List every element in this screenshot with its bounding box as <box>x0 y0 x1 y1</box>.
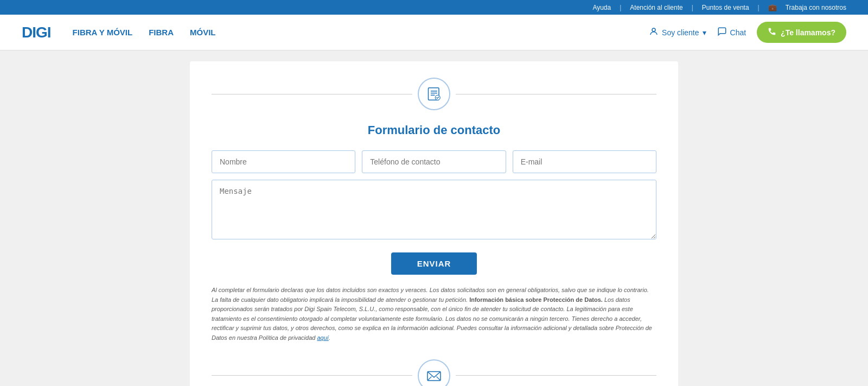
legal-bold: Información básica sobre Protección de D… <box>469 296 603 303</box>
logo[interactable]: DIGI <box>22 24 51 41</box>
phone-icon <box>768 27 776 37</box>
email-divider-line-right <box>456 375 656 376</box>
email-divider-line-left <box>212 375 412 376</box>
main-nav: FIBRA Y MÓVIL FIBRA MÓVIL <box>73 28 216 37</box>
legal-link[interactable]: aquí <box>317 334 328 341</box>
chat-icon <box>717 27 727 38</box>
briefcase-icon: 💼 <box>768 3 777 11</box>
nav-movil[interactable]: MÓVIL <box>190 28 216 37</box>
name-input[interactable] <box>212 150 355 173</box>
email-icon-divider <box>212 359 656 386</box>
message-textarea[interactable] <box>212 180 656 239</box>
email-input[interactable] <box>513 150 656 173</box>
phone-input[interactable] <box>362 150 506 173</box>
contact-card: Formulario de contacto ENVIAR Al complet… <box>190 61 678 386</box>
soy-cliente-button[interactable]: Soy cliente ▾ <box>649 27 706 38</box>
svg-line-8 <box>437 376 441 381</box>
header: DIGI FIBRA Y MÓVIL FIBRA MÓVIL Soy clien… <box>0 15 868 50</box>
topbar-puntos[interactable]: Puntos de venta <box>702 4 749 11</box>
submit-row: ENVIAR <box>212 252 656 275</box>
topbar-trabaja[interactable]: Trabaja con nosotros <box>786 4 846 11</box>
submit-button[interactable]: ENVIAR <box>391 252 477 275</box>
divider-line-left <box>212 94 412 94</box>
svg-point-0 <box>652 28 655 31</box>
svg-line-7 <box>427 376 432 381</box>
divider-line-right <box>456 94 656 94</box>
llamamos-button[interactable]: ¿Te llamamos? <box>757 22 846 43</box>
top-bar: Ayuda | Atención al cliente | Puntos de … <box>0 0 868 15</box>
main-content: Formulario de contacto ENVIAR Al complet… <box>0 50 868 386</box>
form-row-1 <box>212 150 656 173</box>
user-icon <box>649 27 659 38</box>
llamamos-label: ¿Te llamamos? <box>781 28 835 37</box>
nav-fibra[interactable]: FIBRA <box>149 28 174 37</box>
topbar-atencion[interactable]: Atención al cliente <box>630 4 682 11</box>
chevron-down-icon: ▾ <box>703 28 706 37</box>
form-icon-divider <box>212 78 656 110</box>
legal-text: Al completar el formulario declaras que … <box>212 286 656 343</box>
topbar-ayuda[interactable]: Ayuda <box>592 4 611 11</box>
email-icon-circle <box>418 359 450 386</box>
chat-label: Chat <box>730 28 746 37</box>
nav-fibra-movil[interactable]: FIBRA Y MÓVIL <box>73 28 133 37</box>
form-title: Formulario de contacto <box>212 123 656 137</box>
header-right: Soy cliente ▾ Chat ¿Te llamamos? <box>649 22 846 43</box>
soy-cliente-label: Soy cliente <box>662 28 699 37</box>
chat-button[interactable]: Chat <box>717 27 746 38</box>
form-icon-circle <box>418 78 450 110</box>
header-left: DIGI FIBRA Y MÓVIL FIBRA MÓVIL <box>22 24 215 41</box>
